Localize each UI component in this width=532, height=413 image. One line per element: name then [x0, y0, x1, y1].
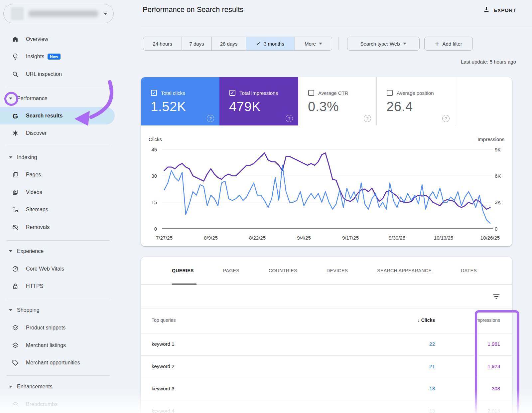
sidebar-section-shopping[interactable]: Shopping — [0, 302, 115, 319]
sidebar-divider — [7, 146, 110, 146]
add-filter-button[interactable]: + Add filter — [424, 37, 473, 51]
table-row[interactable]: keyword 1 22 1,961 — [141, 333, 512, 356]
sidebar-item-label: Pages — [26, 172, 41, 178]
sidebar-divider — [7, 87, 110, 87]
performance-chart-panel: ✓ Total clicks 1.52K ? ✓ Total impressio… — [141, 77, 512, 246]
section-label: Enhancements — [17, 384, 53, 390]
tab-pages[interactable]: PAGES — [223, 268, 239, 273]
sidebar-divider — [7, 375, 110, 376]
sidebar-item-label: Product snippets — [26, 325, 66, 331]
sidebar-item-label: Overview — [26, 36, 48, 42]
sidebar-item-label: Sitemaps — [26, 207, 48, 213]
filter-rows-icon[interactable] — [492, 292, 501, 302]
download-icon — [483, 6, 490, 14]
sidebar-item-insights[interactable]: Insights New — [0, 48, 115, 65]
property-name-blurred — [29, 10, 98, 17]
range-28-days[interactable]: 28 days — [211, 37, 246, 50]
date-range-group: 24 hours 7 days 28 days ✓ 3 months More — [143, 37, 332, 51]
search-type-dropdown[interactable]: Search type: Web — [347, 37, 420, 51]
google-g-icon: G — [11, 112, 19, 119]
sidebar-section-experience[interactable]: Experience — [0, 243, 115, 260]
sidebar-item-merchant-opportunities[interactable]: Merchant opportunities — [0, 354, 115, 371]
search-icon — [11, 71, 19, 78]
range-more-dropdown[interactable]: More — [295, 37, 332, 50]
clicks-cell: 18 — [368, 386, 435, 391]
chevron-down-icon — [9, 386, 12, 388]
sidebar-section-enhancements[interactable]: Enhancements — [0, 378, 115, 395]
filter-separator — [338, 37, 339, 50]
table-toolbar — [141, 285, 512, 309]
sidebar-item-label: Breadcrumbs — [26, 401, 58, 407]
chevron-down-icon — [403, 43, 406, 45]
sidebar-item-product-snippets[interactable]: Product snippets — [0, 319, 115, 336]
annotation-circle-performance — [4, 92, 18, 106]
check-icon: ✓ — [256, 41, 261, 47]
header-divider — [141, 27, 532, 27]
tab-queries[interactable]: QUERIES — [172, 268, 194, 273]
sidebar-item-videos[interactable]: Videos — [0, 184, 115, 201]
chevron-down-icon — [103, 13, 107, 15]
query-cell: keyword 1 — [152, 341, 174, 347]
svg-text:10/26/25: 10/26/25 — [480, 235, 500, 241]
sidebar-item-label: Merchant listings — [26, 342, 66, 348]
eye-off-icon — [11, 224, 19, 231]
speedometer-icon — [11, 265, 19, 273]
sidebar-item-discover[interactable]: Discover — [0, 124, 115, 142]
property-selector[interactable] — [3, 4, 114, 23]
range-7-days[interactable]: 7 days — [182, 37, 211, 50]
sidebar-item-label: Search results — [26, 113, 63, 119]
sidebar-item-url-inspection[interactable]: URL inspection — [0, 66, 115, 83]
sidebar-item-sitemaps[interactable]: Sitemaps — [0, 201, 115, 218]
last-update-text: Last update: 5 hours ago — [461, 59, 516, 65]
table-row[interactable]: keyword 3 18 308 — [141, 378, 512, 400]
svg-text:9K: 9K — [495, 147, 501, 152]
query-cell: keyword 4 — [152, 408, 174, 413]
sidebar-item-breadcrumbs[interactable]: Breadcrumbs — [0, 396, 115, 413]
svg-text:3K: 3K — [495, 199, 501, 205]
query-cell: keyword 2 — [152, 363, 174, 369]
clicks-impressions-chart: Clicks Impressions 459K306K153K00 7/27/2… — [141, 77, 512, 246]
sidebar-item-label: Insights — [26, 54, 44, 60]
lightbulb-icon — [11, 53, 19, 60]
tab-countries[interactable]: COUNTRIES — [269, 268, 297, 273]
tag-icon — [11, 359, 19, 366]
sidebar-item-search-results[interactable]: G Search results — [0, 107, 115, 124]
tab-devices[interactable]: DEVICES — [327, 268, 348, 273]
layers-icon — [11, 324, 19, 331]
pages-icon — [11, 171, 19, 178]
svg-text:8/22/25: 8/22/25 — [249, 235, 266, 241]
range-3-months[interactable]: ✓ 3 months — [246, 37, 295, 50]
sidebar-item-core-web-vitals[interactable]: Core Web Vitals — [0, 260, 115, 278]
chevron-down-icon — [319, 43, 322, 45]
column-top-queries[interactable]: Top queries — [152, 317, 176, 323]
sidebar-item-label: Core Web Vitals — [26, 266, 64, 272]
sidebar-section-indexing[interactable]: Indexing — [0, 149, 115, 166]
export-button[interactable]: EXPORT — [483, 4, 516, 16]
sidebar-item-label: HTTPS — [26, 283, 43, 289]
range-24-hours[interactable]: 24 hours — [143, 37, 182, 50]
table-row[interactable]: keyword 4 13 2,014 — [141, 400, 512, 413]
plus-icon: + — [435, 40, 439, 47]
svg-text:45: 45 — [151, 147, 157, 152]
impressions-cell: 1,923 — [434, 363, 500, 369]
sidebar-item-pages[interactable]: Pages — [0, 166, 115, 183]
tab-dates[interactable]: DATES — [461, 268, 477, 273]
lock-icon — [11, 283, 19, 290]
export-label: EXPORT — [494, 7, 516, 13]
table-row[interactable]: keyword 2 21 1,923 — [141, 356, 512, 378]
sidebar-item-https[interactable]: HTTPS — [0, 278, 115, 295]
sidebar-item-overview[interactable]: Overview — [0, 31, 115, 48]
sidebar-item-merchant-listings[interactable]: Merchant listings — [0, 337, 115, 354]
chevron-down-icon — [9, 250, 12, 252]
sidebar-item-removals[interactable]: Removals — [0, 219, 115, 236]
clicks-cell: 22 — [368, 341, 435, 347]
svg-text:30: 30 — [151, 173, 157, 179]
sidebar-item-label: URL inspection — [26, 71, 62, 77]
active-tab-underline — [172, 284, 197, 285]
svg-text:8/9/25: 8/9/25 — [204, 235, 218, 241]
column-impressions[interactable]: Impressions — [434, 317, 500, 323]
svg-text:0: 0 — [154, 226, 157, 232]
tab-search-appearance[interactable]: SEARCH APPEARANCE — [377, 268, 432, 273]
chevron-down-icon — [9, 309, 12, 311]
column-clicks-sorted[interactable]: ↓ Clicks — [368, 317, 435, 323]
